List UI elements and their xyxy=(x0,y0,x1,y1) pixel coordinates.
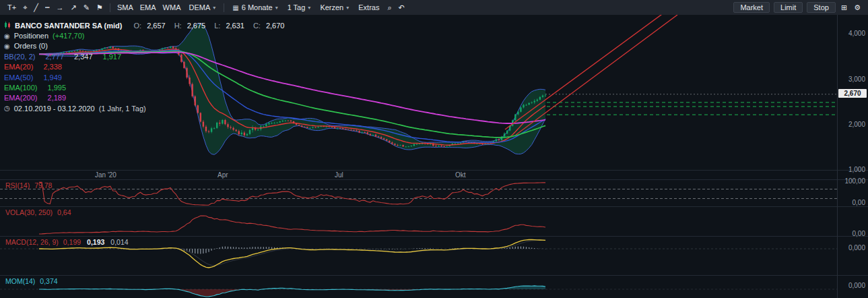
flag-icon[interactable]: ⚑ xyxy=(93,3,106,12)
reset-zoom-icon[interactable]: ↶ xyxy=(395,3,408,12)
ema50-label: EMA(50) xyxy=(4,73,33,82)
ema200-value: 2,189 xyxy=(48,94,67,102)
high-value: 2,675 xyxy=(187,22,206,30)
macd-axis-zero: 0,000 xyxy=(838,244,865,251)
legend-ema20[interactable]: EMA(20) 2,338 xyxy=(4,62,284,72)
ema100-value: 1,995 xyxy=(48,84,67,92)
positions-label: Positionen xyxy=(14,32,48,40)
y-axis-label: 1,000 xyxy=(838,166,865,173)
rsi-name: RSI(14) xyxy=(5,181,30,189)
range-detail: (1 Jahr, 1 Tag) xyxy=(99,105,146,113)
macd-hist-value: 0,014 xyxy=(110,238,128,246)
date-range: 02.10.2019 - 03.12.2020 xyxy=(14,105,95,113)
close-value: 2,670 xyxy=(266,22,285,30)
low-value: 2,631 xyxy=(226,22,244,30)
settings-icon[interactable]: ⚙ xyxy=(850,3,864,12)
macd-value: 0,199 xyxy=(63,238,81,246)
rsi-value: 79,78 xyxy=(34,181,52,189)
legend-ema50[interactable]: EMA(50) 1,949 xyxy=(4,72,284,82)
ema100-label: EMA(100) xyxy=(4,84,38,92)
toolbar-divider xyxy=(110,3,110,12)
charttype-dropdown[interactable]: Kerzen ▾ xyxy=(315,3,354,11)
macd-label[interactable]: MACD(12, 26, 9)0,1990,1930,014 xyxy=(5,238,129,246)
macd-signal-value: 0,193 xyxy=(87,238,104,246)
bb-mid-value: 2,347 xyxy=(74,53,93,61)
arrow-right-icon[interactable]: → xyxy=(53,3,67,11)
limit-order-button[interactable]: Limit xyxy=(774,2,803,13)
range-label: 6 Monate xyxy=(242,3,273,11)
interval-dropdown[interactable]: 1 Tag ▾ xyxy=(283,3,316,11)
x-axis-label: Okt xyxy=(455,171,466,179)
calendar-icon: ▦ xyxy=(232,4,238,11)
open-value: 2,657 xyxy=(147,22,166,30)
legend-ema100[interactable]: EMA(100) 1,995 xyxy=(4,82,284,92)
high-label: H: xyxy=(174,22,182,30)
extras-menu[interactable]: Extras xyxy=(354,3,384,11)
instrument-title-row: BANCO SANTANDER SA (mid) O:2,657 H:2,675… xyxy=(4,20,284,30)
layout-icon[interactable]: ⊞ xyxy=(838,3,850,12)
momentum-name: MOM(14) xyxy=(5,277,35,285)
momentum-value: 0,374 xyxy=(40,277,57,285)
chevron-down-icon: ▾ xyxy=(308,5,310,11)
bb-label: BB(20, 2) xyxy=(4,53,35,61)
positions-value: (+417,70) xyxy=(53,32,84,40)
orders-label: Orders (0) xyxy=(14,42,48,50)
momentum-panel[interactable]: MOM(14)0,374 xyxy=(0,275,868,298)
time-axis[interactable]: Jan '20 Apr Jul Okt xyxy=(0,170,868,179)
date-range-row: ◷ 02.10.2019 - 03.12.2020 (1 Jahr, 1 Tag… xyxy=(4,103,284,113)
market-order-button[interactable]: Market xyxy=(733,2,770,13)
arrow-up-icon[interactable]: ↗ xyxy=(67,3,80,12)
last-price-badge: 2,670 xyxy=(838,89,867,98)
interval-label: 1 Tag xyxy=(288,3,306,11)
text-tool-icon[interactable]: T+ xyxy=(4,3,20,11)
vola-label[interactable]: VOLA(30, 250)0,64 xyxy=(5,208,71,216)
charttype-label: Kerzen xyxy=(320,3,343,11)
legend-ema200[interactable]: EMA(200) 2,189 xyxy=(4,93,284,103)
rsi-axis-bottom: 0,00 xyxy=(838,199,865,206)
range-dropdown[interactable]: ▦ 6 Monate ▾ xyxy=(228,3,282,11)
y-axis-label: 2,000 xyxy=(838,121,865,128)
positions-toggle[interactable]: ◉ Positionen (+417,70) xyxy=(4,30,284,40)
zoom-in-icon[interactable]: ⌕ xyxy=(384,3,395,12)
dots-tool-icon[interactable]: ┅ xyxy=(42,3,53,12)
vola-panel[interactable]: VOLA(30, 250)0,64 xyxy=(0,206,868,236)
rsi-axis-top: 100,00 xyxy=(838,177,865,185)
orders-toggle[interactable]: ◉ Orders (0) xyxy=(4,41,284,51)
x-axis-label: Jul xyxy=(335,171,343,179)
vola-name: VOLA(30, 250) xyxy=(5,208,53,216)
clock-icon: ◷ xyxy=(4,105,10,112)
ema20-value: 2,338 xyxy=(43,63,62,71)
ema20-label: EMA(20) xyxy=(4,63,33,71)
instrument-name: BANCO SANTANDER SA (mid) xyxy=(15,22,123,30)
ema-button[interactable]: EMA xyxy=(137,3,160,11)
stop-order-button[interactable]: Stop xyxy=(807,2,836,13)
macd-panel[interactable]: MACD(12, 26, 9)0,1990,1930,014 xyxy=(0,236,868,275)
bb-upper-value: 2,777 xyxy=(45,53,64,61)
momentum-label[interactable]: MOM(14)0,374 xyxy=(5,277,58,285)
vola-value: 0,64 xyxy=(57,208,71,216)
legend-bollinger[interactable]: BB(20, 2) 2,777 2,347 1,917 xyxy=(4,51,284,61)
open-label: O: xyxy=(134,22,142,30)
rsi-panel[interactable]: RSI(14)79,78 xyxy=(0,179,868,206)
chevron-down-icon: ▾ xyxy=(275,5,278,11)
radio-icon: ◉ xyxy=(4,32,10,40)
ema50-value: 1,949 xyxy=(43,73,62,82)
macd-name: MACD(12, 26, 9) xyxy=(5,238,59,246)
rsi-label[interactable]: RSI(14)79,78 xyxy=(5,181,52,189)
vola-canvas[interactable] xyxy=(0,207,837,237)
wma-button[interactable]: WMA xyxy=(160,3,185,11)
dema-label: DEMA xyxy=(189,3,211,11)
momentum-axis-zero: 0,000 xyxy=(838,282,865,289)
x-axis-label: Apr xyxy=(218,171,228,179)
price-axis[interactable]: 4,000 3,000 2,000 1,000 2,670 100,00 0,0… xyxy=(837,15,868,298)
sma-button[interactable]: SMA xyxy=(114,3,137,11)
crosshair-icon[interactable]: ⌖ xyxy=(20,3,30,12)
extras-label: Extras xyxy=(358,3,379,11)
momentum-canvas[interactable] xyxy=(0,276,837,298)
chevron-down-icon: ▾ xyxy=(346,5,349,11)
pencil-icon[interactable]: ✎ xyxy=(80,3,93,12)
x-axis-label: Jan '20 xyxy=(95,171,116,179)
rsi-canvas[interactable] xyxy=(0,180,837,207)
trendline-icon[interactable]: ╱ xyxy=(30,3,42,12)
dema-button[interactable]: DEMA ▾ xyxy=(185,3,221,11)
